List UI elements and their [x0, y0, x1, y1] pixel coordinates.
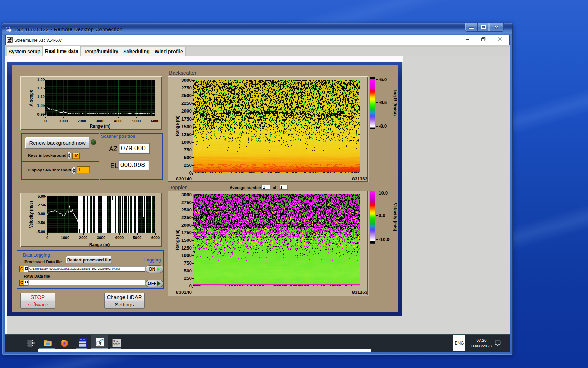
- svg-text:sched: sched: [113, 342, 120, 346]
- svg-text:METEK: METEK: [80, 339, 86, 341]
